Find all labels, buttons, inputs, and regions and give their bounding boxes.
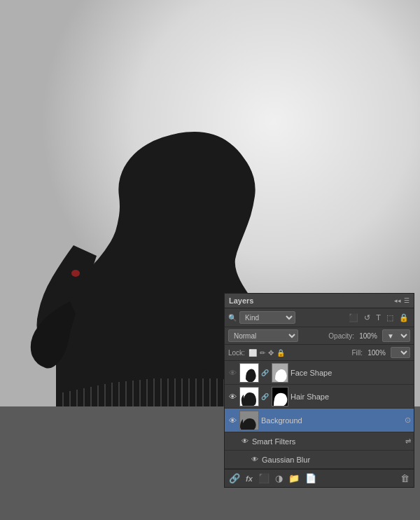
layer-link-icon-face: 🔗 (261, 368, 268, 378)
filter-pixel-icon[interactable]: ⬛ (347, 313, 360, 322)
layer-visibility-gaussian-blur[interactable]: 👁 (250, 455, 260, 465)
panel-collapse-icon[interactable]: ◂◂ (394, 297, 401, 304)
layer-visibility-hair-shape[interactable]: 👁 (227, 392, 237, 402)
add-mask-button[interactable]: ⬛ (258, 473, 270, 484)
smart-filters-icon: ⇌ (405, 437, 411, 445)
search-icon: 🔍 (228, 314, 237, 322)
fx-button[interactable]: fx (246, 474, 253, 483)
lock-pixels-icon[interactable]: ⬜ (248, 349, 257, 357)
lock-label: Lock: (228, 349, 245, 357)
new-layer-button[interactable]: 📄 (305, 473, 316, 484)
smart-object-indicator: ⊙ (405, 416, 411, 425)
filter-adjustment-icon[interactable]: ↺ (363, 313, 372, 322)
layer-name-background: Background (261, 416, 401, 425)
filter-shape-icon[interactable]: ⬚ (385, 313, 395, 322)
layer-thumb-face-shape (239, 363, 259, 383)
gaussian-blur-row[interactable]: 👁 Gaussian Blur (225, 451, 414, 469)
layer-visibility-background[interactable]: 👁 (227, 416, 237, 425)
smart-filters-label: Smart Filters (252, 437, 403, 446)
filter-type-icon[interactable]: T (374, 313, 382, 322)
layer-thumb-background (239, 411, 259, 430)
filter-row: 🔍 Kind Name Effect Mode Attribute Color … (225, 308, 414, 327)
lock-position-icon[interactable]: ✏ (260, 349, 265, 357)
layer-mask-face-shape (272, 363, 288, 383)
lock-artboards-icon[interactable]: ✥ (268, 349, 274, 357)
fill-value: 100% (366, 349, 387, 357)
panel-header-controls: ◂◂ ☰ (394, 297, 410, 304)
lock-row: Lock: ⬜ ✏ ✥ 🔒 Fill: 100% ▼ (225, 345, 414, 361)
layer-mask-hair-shape (272, 387, 288, 406)
layer-thumb-hair-shape (239, 387, 259, 406)
gaussian-blur-label: Gaussian Blur (262, 456, 411, 464)
adjustment-layer-button[interactable]: ◑ (275, 473, 283, 484)
layer-name-face-shape: Face Shape (290, 369, 411, 377)
layer-row-hair-shape[interactable]: 👁 🔗 Hair Shape (225, 385, 414, 409)
layers-panel: Layers ◂◂ ☰ 🔍 Kind Name Effect Mode Attr… (224, 293, 414, 488)
smart-filters-row[interactable]: 👁 Smart Filters ⇌ (225, 432, 414, 451)
panel-header: Layers ◂◂ ☰ (225, 294, 414, 308)
layers-toolbar: 🔗 fx ⬛ ◑ 📁 📄 🗑 (225, 469, 414, 487)
fill-label: Fill: (351, 349, 363, 357)
layer-name-hair-shape: Hair Shape (290, 392, 411, 401)
link-layers-button[interactable]: 🔗 (229, 473, 240, 484)
opacity-value: 100% (357, 332, 379, 340)
panel-title: Layers (229, 296, 253, 305)
lock-all-icon[interactable]: 🔒 (276, 349, 285, 357)
layer-visibility-face-shape[interactable]: 👁 (227, 368, 237, 378)
layer-link-icon-hair: 🔗 (261, 392, 268, 402)
opacity-label: Opacity: (328, 332, 354, 340)
filter-smart-icon[interactable]: 🔒 (398, 313, 410, 322)
layer-row-face-shape[interactable]: 👁 🔗 Face Shape (225, 361, 414, 385)
blend-mode-select[interactable]: Normal Dissolve Multiply Screen Overlay (228, 329, 298, 342)
delete-layer-button[interactable]: 🗑 (400, 473, 410, 484)
layer-visibility-smart-filters[interactable]: 👁 (240, 437, 250, 446)
layer-row-background[interactable]: 👁 Background ⊙ (225, 409, 414, 432)
new-group-button[interactable]: 📁 (288, 473, 300, 484)
lock-icons-group: ⬜ ✏ ✥ 🔒 (248, 349, 285, 357)
panel-menu-icon[interactable]: ☰ (404, 297, 410, 304)
svg-point-29 (71, 270, 80, 277)
filter-select[interactable]: Kind Name Effect Mode Attribute Color (239, 311, 295, 324)
blend-opacity-row: Normal Dissolve Multiply Screen Overlay … (225, 327, 414, 345)
filter-type-icons: ⬛ ↺ T ⬚ 🔒 (347, 313, 410, 322)
opacity-arrow[interactable]: ▼ (382, 329, 410, 342)
fill-arrow[interactable]: ▼ (391, 347, 410, 358)
